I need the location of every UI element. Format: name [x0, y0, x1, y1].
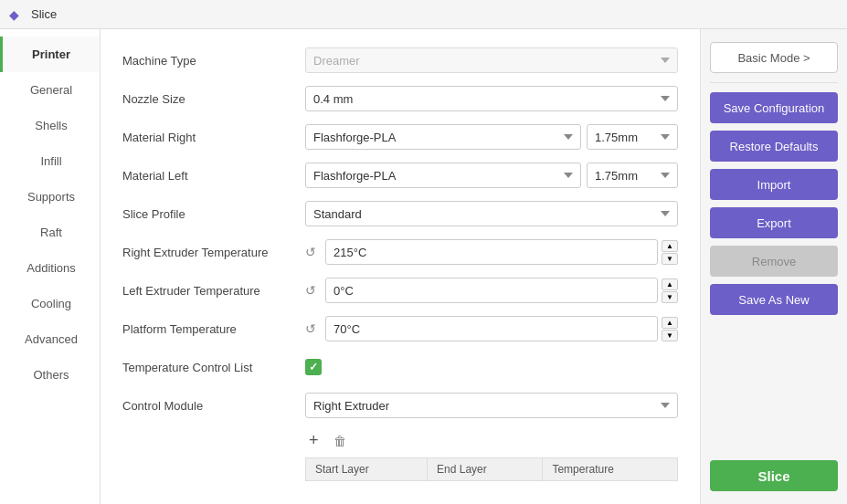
save-configuration-button[interactable]: Save Configuration [710, 92, 838, 123]
material-right-size-select[interactable]: 1.75mm [587, 124, 678, 150]
panel-spacer [710, 322, 838, 453]
sidebar-item-supports[interactable]: Supports [0, 179, 100, 215]
main-layout: Printer General Shells Infill Supports R… [0, 29, 847, 504]
platform-temp-spinwrap: ▲ ▼ [325, 316, 678, 341]
control-module-row: Control Module Right Extruder [122, 391, 678, 420]
content-area: Machine Type Dreamer Nozzle Size 0.4 mm … [101, 29, 701, 504]
platform-temp-input[interactable] [325, 316, 658, 341]
platform-temp-label: Platform Temperature [122, 322, 305, 336]
slice-profile-label: Slice Profile [122, 207, 305, 221]
table-col-end-layer: End Layer [428, 458, 543, 481]
right-extruder-temp-label: Right Extruder Temperature [122, 246, 305, 259]
app-icon: ◆ [9, 7, 24, 22]
sidebar-item-shells[interactable]: Shells [0, 108, 100, 143]
platform-reset-icon[interactable]: ↺ [305, 321, 316, 336]
left-extruder-temp-spinner: ▲ ▼ [662, 278, 678, 303]
import-button[interactable]: Import [710, 169, 838, 200]
slice-button[interactable]: Slice [710, 460, 838, 491]
temp-control-list-row: Temperature Control List [122, 352, 678, 382]
machine-type-label: Machine Type [122, 54, 305, 68]
sidebar-item-additions[interactable]: Additions [0, 250, 100, 286]
right-extruder-temp-spinner: ▲ ▼ [662, 240, 678, 265]
control-module-select[interactable]: Right Extruder [305, 393, 678, 418]
nozzle-size-control: 0.4 mm [305, 86, 678, 111]
material-left-select[interactable]: Flashforge-PLA [305, 163, 581, 188]
basic-mode-button[interactable]: Basic Mode > [710, 42, 838, 73]
material-left-size-select[interactable]: 1.75mm [587, 163, 678, 188]
machine-type-control: Dreamer [305, 47, 678, 73]
slice-profile-select[interactable]: Standard [305, 201, 678, 226]
table-col-temperature: Temperature [543, 458, 678, 481]
material-left-label: Material Left [122, 169, 305, 183]
material-left-control: Flashforge-PLA 1.75mm [305, 163, 678, 188]
title-bar: ◆ Slice [0, 0, 847, 29]
right-extruder-temp-row: Right Extruder Temperature ↺ ▲ ▼ [122, 237, 678, 267]
right-extruder-temp-input[interactable] [325, 239, 658, 265]
slice-profile-row: Slice Profile Standard [122, 199, 678, 228]
sidebar-item-cooling[interactable]: Cooling [0, 286, 100, 321]
left-extruder-temp-row: Left Extruder Temperature ↺ ▲ ▼ [122, 276, 678, 305]
right-extruder-temp-down[interactable]: ▼ [662, 253, 678, 265]
left-extruder-temp-spinwrap: ▲ ▼ [325, 278, 678, 303]
remove-button: Remove [710, 246, 838, 277]
sidebar: Printer General Shells Infill Supports R… [0, 29, 101, 504]
left-extruder-temp-input[interactable] [325, 278, 658, 303]
control-module-control: Right Extruder [305, 393, 678, 418]
material-right-select[interactable]: Flashforge-PLA [305, 124, 581, 150]
material-right-row: Material Right Flashforge-PLA 1.75mm [122, 122, 678, 152]
window-title: Slice [31, 7, 57, 21]
sidebar-item-advanced[interactable]: Advanced [0, 321, 100, 357]
panel-divider-1 [710, 82, 838, 83]
platform-temp-spinner: ▲ ▼ [662, 317, 678, 341]
right-extruder-temp-spinwrap: ▲ ▼ [325, 239, 678, 265]
table-section: + 🗑 Start Layer End Layer Temperature [122, 429, 678, 481]
nozzle-size-select[interactable]: 0.4 mm [305, 86, 678, 111]
temp-control-table: Start Layer End Layer Temperature [305, 457, 678, 481]
sidebar-item-printer[interactable]: Printer [0, 37, 100, 72]
temp-control-list-control [305, 359, 678, 375]
export-button[interactable]: Export [710, 207, 838, 238]
platform-temp-control: ↺ ▲ ▼ [305, 316, 678, 341]
nozzle-size-row: Nozzle Size 0.4 mm [122, 84, 678, 113]
left-extruder-temp-down[interactable]: ▼ [662, 291, 678, 303]
left-extruder-reset-icon[interactable]: ↺ [305, 283, 316, 298]
right-extruder-temp-up[interactable]: ▲ [662, 240, 678, 252]
platform-temp-down[interactable]: ▼ [662, 330, 678, 341]
sidebar-item-general[interactable]: General [0, 72, 100, 108]
sidebar-item-infill[interactable]: Infill [0, 143, 100, 179]
sidebar-item-raft[interactable]: Raft [0, 215, 100, 250]
table-actions: + 🗑 [305, 429, 678, 452]
sidebar-item-others[interactable]: Others [0, 357, 100, 393]
right-extruder-temp-control: ↺ ▲ ▼ [305, 239, 678, 265]
slice-profile-control: Standard [305, 201, 678, 226]
machine-type-row: Machine Type Dreamer [122, 46, 678, 75]
material-right-label: Material Right [122, 131, 305, 144]
control-module-label: Control Module [122, 399, 305, 413]
left-extruder-temp-up[interactable]: ▲ [662, 278, 678, 290]
left-extruder-temp-control: ↺ ▲ ▼ [305, 278, 678, 303]
right-panel: Basic Mode > Save Configuration Restore … [701, 29, 847, 504]
temp-control-list-checkbox[interactable] [305, 359, 322, 375]
right-extruder-reset-icon[interactable]: ↺ [305, 245, 316, 259]
temp-control-list-label: Temperature Control List [122, 361, 305, 374]
left-extruder-temp-label: Left Extruder Temperature [122, 284, 305, 298]
machine-type-select[interactable]: Dreamer [305, 47, 678, 73]
platform-temp-row: Platform Temperature ↺ ▲ ▼ [122, 314, 678, 343]
restore-defaults-button[interactable]: Restore Defaults [710, 131, 838, 162]
nozzle-size-label: Nozzle Size [122, 92, 305, 106]
platform-temp-up[interactable]: ▲ [662, 317, 678, 329]
table-col-start-layer: Start Layer [306, 458, 428, 481]
material-right-control: Flashforge-PLA 1.75mm [305, 124, 678, 150]
material-left-row: Material Left Flashforge-PLA 1.75mm [122, 161, 678, 190]
delete-row-button[interactable]: 🗑 [330, 432, 350, 450]
add-row-button[interactable]: + [305, 429, 323, 452]
save-as-new-button[interactable]: Save As New [710, 284, 838, 315]
